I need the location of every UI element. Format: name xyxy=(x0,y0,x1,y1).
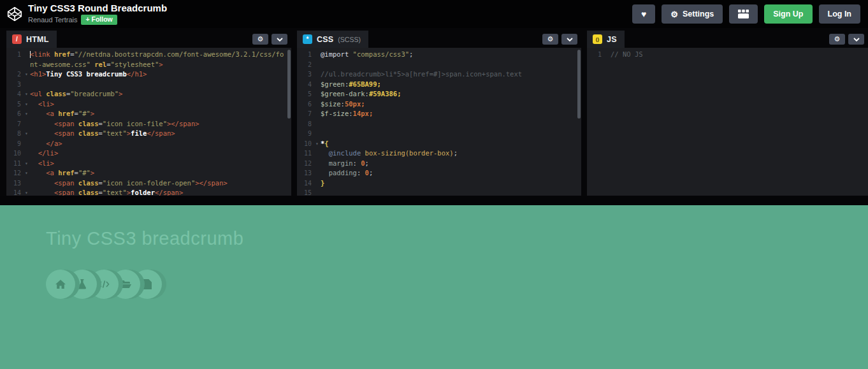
code-line[interactable]: 1// NO JS xyxy=(587,50,868,60)
code-text: <a href="#"> xyxy=(30,109,291,119)
fold-arrow-icon[interactable]: ▾ xyxy=(23,168,30,178)
fold-gutter xyxy=(314,50,321,60)
fold-gutter xyxy=(23,119,30,129)
code-line[interactable]: 4$green:#65BA99; xyxy=(297,80,581,90)
settings-button[interactable]: ⚙ Settings xyxy=(662,4,723,24)
html-editor-scrollbar[interactable] xyxy=(287,50,291,119)
code-text: } xyxy=(321,178,581,189)
fold-arrow-icon[interactable]: ▾ xyxy=(23,129,30,139)
pen-author[interactable]: Renaud Tertrais xyxy=(28,16,77,24)
code-line[interactable]: 11▾ <li> xyxy=(6,159,291,169)
code-line[interactable]: 8▾ <span class="text">file</span> xyxy=(6,129,291,139)
breadcrumb-item[interactable] xyxy=(46,270,75,299)
line-number: 5 xyxy=(297,89,314,99)
login-label: Log In xyxy=(828,10,852,18)
js-panel: () JS ⚙ 1// NO JS xyxy=(587,31,868,196)
code-line[interactable]: 12 margin: 0; xyxy=(297,159,581,169)
code-text: *{ xyxy=(321,139,581,149)
code-line[interactable]: 10▾*{ xyxy=(297,139,581,149)
line-number: 5 xyxy=(6,99,23,110)
love-button[interactable]: ♥ xyxy=(632,4,655,24)
js-settings-button[interactable]: ⚙ xyxy=(829,34,845,45)
tab-html[interactable]: / HTML xyxy=(6,31,57,48)
codepen-page: Tiny CSS3 Round Breadcrumb Renaud Tertra… xyxy=(0,0,868,369)
code-line[interactable]: 11 @include box-sizing(border-box); xyxy=(297,148,581,159)
code-line[interactable]: 14} xyxy=(297,178,581,189)
code-line[interactable]: 3 xyxy=(6,80,291,90)
code-line[interactable]: 9 xyxy=(297,129,581,139)
css-editor-scrollbar[interactable] xyxy=(577,50,581,119)
line-number: 9 xyxy=(297,129,314,139)
html-code-editor[interactable]: 1<link href="//netdna.bootstrapcdn.com/f… xyxy=(6,48,291,196)
code-line[interactable]: 13 padding: 0; xyxy=(297,168,581,178)
preview-pane: Tiny CSS3 breadcrumb xyxy=(0,205,868,369)
fold-arrow-icon[interactable]: ▾ xyxy=(23,109,30,119)
code-text: <ul class="breadcrumb"> xyxy=(30,89,291,99)
fold-gutter xyxy=(314,60,321,70)
code-line[interactable]: 13 <span class="icon icon-folder-open"><… xyxy=(6,178,291,189)
code-line[interactable]: 14▾ <span class="text">folder</span> xyxy=(6,188,291,196)
line-number: 12 xyxy=(6,168,23,178)
js-collapse-button[interactable] xyxy=(848,34,864,45)
code-text: <link href="//netdna.bootstrapcdn.com/fo… xyxy=(30,50,291,69)
fold-gutter xyxy=(314,99,321,110)
code-text xyxy=(321,129,581,139)
html-settings-button[interactable]: ⚙ xyxy=(252,34,268,45)
fold-arrow-icon[interactable]: ▾ xyxy=(23,188,30,196)
line-number: 4 xyxy=(6,89,23,99)
change-view-button[interactable] xyxy=(729,4,758,24)
code-line[interactable]: 5▾ <li> xyxy=(6,99,291,110)
code-line[interactable]: 12▾ <a href="#"> xyxy=(6,168,291,178)
follow-button[interactable]: + Follow xyxy=(81,15,117,25)
code-line[interactable]: 7 <span class="icon icon-file"></span> xyxy=(6,119,291,129)
code-text: <h1>Tiny CSS3 breadcrumb</h1> xyxy=(30,69,291,80)
login-button[interactable]: Log In xyxy=(819,4,861,24)
home-icon xyxy=(55,280,66,289)
code-line[interactable]: 2 xyxy=(297,60,581,70)
fold-gutter xyxy=(314,80,321,90)
code-icon xyxy=(98,280,110,289)
line-number: 2 xyxy=(297,60,314,70)
chevron-down-icon xyxy=(567,38,573,41)
code-line[interactable]: 3//ul.breadcrumb>li*5>a[href=#]>span.ico… xyxy=(297,69,581,80)
js-tab-label: JS xyxy=(607,35,617,44)
code-line[interactable]: 1<link href="//netdna.bootstrapcdn.com/f… xyxy=(6,50,291,69)
heart-icon: ♥ xyxy=(641,10,646,18)
code-line[interactable]: 6▾ <a href="#"> xyxy=(6,109,291,119)
fold-gutter xyxy=(23,50,30,69)
fold-arrow-icon[interactable]: ▾ xyxy=(23,99,30,110)
fold-arrow-icon[interactable]: ▾ xyxy=(23,89,30,99)
css-settings-button[interactable]: ⚙ xyxy=(542,34,558,45)
code-line[interactable]: 7$f-size:14px; xyxy=(297,109,581,119)
fold-gutter xyxy=(314,148,321,159)
fold-gutter xyxy=(314,129,321,139)
codepen-logo-icon[interactable] xyxy=(6,6,23,22)
code-line[interactable]: 5$green-dark:#59A386; xyxy=(297,89,581,99)
code-line[interactable]: 1@import "compass/css3"; xyxy=(297,50,581,60)
fold-arrow-icon[interactable]: ▾ xyxy=(23,69,30,80)
fold-arrow-icon[interactable]: ▾ xyxy=(23,159,30,169)
code-line[interactable]: 2▾<h1>Tiny CSS3 breadcrumb</h1> xyxy=(6,69,291,80)
code-text: $green-dark:#59A386; xyxy=(321,89,581,99)
code-line[interactable]: 9 </a> xyxy=(6,139,291,149)
signup-button[interactable]: Sign Up xyxy=(764,4,812,24)
js-panel-tabbar: () JS ⚙ xyxy=(587,31,868,48)
tab-js[interactable]: () JS xyxy=(587,31,625,48)
line-number: 14 xyxy=(297,178,314,189)
line-number: 3 xyxy=(6,80,23,90)
fold-gutter xyxy=(314,159,321,169)
css-code-editor[interactable]: 1@import "compass/css3";23//ul.breadcrum… xyxy=(297,48,581,196)
js-code-editor[interactable]: 1// NO JS xyxy=(587,48,868,196)
code-line[interactable]: 10 </li> xyxy=(6,148,291,159)
code-line[interactable]: 8 xyxy=(297,119,581,129)
css-collapse-button[interactable] xyxy=(561,34,577,45)
code-text xyxy=(321,188,581,196)
line-number: 1 xyxy=(6,50,23,69)
code-line[interactable]: 6$size:50px; xyxy=(297,99,581,110)
html-collapse-button[interactable] xyxy=(271,34,287,45)
tab-css[interactable]: * CSS (SCSS) xyxy=(297,31,368,48)
code-line[interactable]: 15 xyxy=(297,188,581,196)
code-line[interactable]: 4▾<ul class="breadcrumb"> xyxy=(6,89,291,99)
fold-gutter xyxy=(314,89,321,99)
fold-arrow-icon[interactable]: ▾ xyxy=(314,139,321,149)
